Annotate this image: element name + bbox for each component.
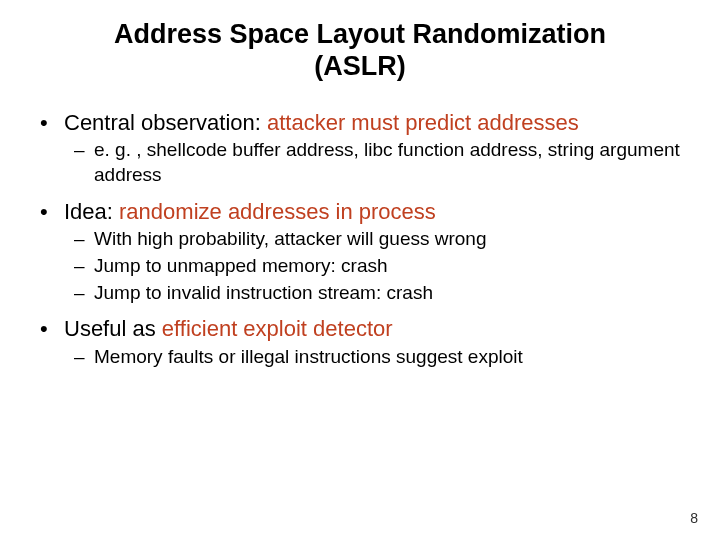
bullet-item: Useful as efficient exploit detector Mem…: [64, 315, 692, 369]
bullet-text-emph: randomize addresses in process: [119, 199, 436, 224]
title-line-1: Address Space Layout Randomization: [114, 19, 606, 49]
dash-item: Memory faults or illegal instructions su…: [94, 345, 692, 370]
bullet-text-emph: attacker must predict addresses: [267, 110, 579, 135]
bullet-text-pre: Idea:: [64, 199, 119, 224]
title-line-2: (ASLR): [314, 51, 405, 81]
page-number: 8: [690, 510, 698, 526]
bullet-list: Central observation: attacker must predi…: [28, 109, 692, 370]
dash-item: Jump to unmapped memory: crash: [94, 254, 692, 279]
dash-list: Memory faults or illegal instructions su…: [64, 345, 692, 370]
dash-item: Jump to invalid instruction stream: cras…: [94, 281, 692, 306]
bullet-text-pre: Useful as: [64, 316, 162, 341]
dash-item: e. g. , shellcode buffer address, libc f…: [94, 138, 692, 187]
dash-list: With high probability, attacker will gue…: [64, 227, 692, 305]
bullet-item: Idea: randomize addresses in process Wit…: [64, 198, 692, 306]
slide-title: Address Space Layout Randomization (ASLR…: [28, 18, 692, 83]
dash-item: With high probability, attacker will gue…: [94, 227, 692, 252]
bullet-item: Central observation: attacker must predi…: [64, 109, 692, 188]
bullet-text-pre: Central observation:: [64, 110, 267, 135]
dash-list: e. g. , shellcode buffer address, libc f…: [64, 138, 692, 187]
bullet-text-emph: efficient exploit detector: [162, 316, 393, 341]
